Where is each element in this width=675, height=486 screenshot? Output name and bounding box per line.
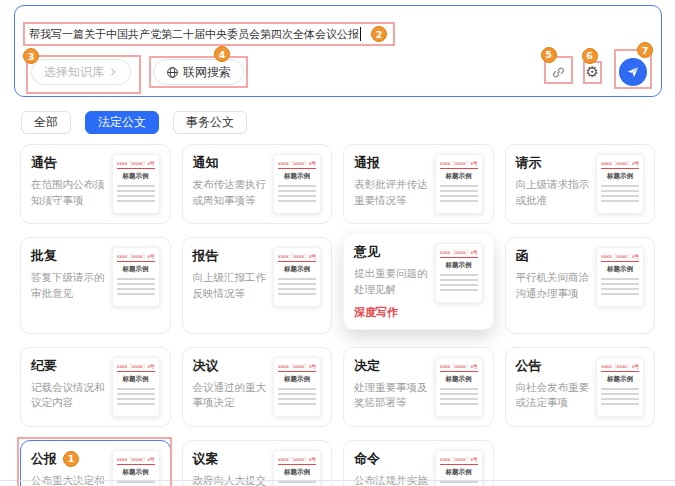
thumb-placeholder-lines bbox=[601, 388, 639, 407]
card-desc: 表彰批评并传达重要情况等 bbox=[354, 177, 429, 209]
thumb-placeholder-lines bbox=[601, 185, 639, 204]
thumb-placeholder-lines bbox=[278, 278, 316, 297]
card-desc: 向社会发布重要或法定事项 bbox=[516, 380, 591, 412]
card-gonggao[interactable]: 公告 向社会发布重要或法定事项 xxxx〔xxxx〕x号 标题示例 bbox=[505, 347, 656, 427]
thumb-placeholder-lines bbox=[440, 481, 478, 486]
thumb-doc-no: xxxx〔xxxx〕x号 bbox=[601, 363, 639, 372]
thumb-placeholder-lines bbox=[440, 185, 478, 204]
card-pifu[interactable]: 批复 答复下级请示的审批意见 xxxx〔xxxx〕x号 标题示例 bbox=[20, 237, 171, 334]
doc-preview-thumbnail: xxxx〔xxxx〕x号 标题示例 bbox=[273, 247, 321, 307]
thumb-doc-no: xxxx〔xxxx〕x号 bbox=[278, 160, 316, 169]
link-icon bbox=[551, 65, 566, 80]
thumb-placeholder-lines bbox=[278, 185, 316, 204]
card-title: 请示 bbox=[516, 154, 542, 172]
gear-icon: ⚙ bbox=[586, 65, 599, 80]
annotation-badge-3: 3 bbox=[23, 48, 39, 64]
prompt-composer-panel[interactable]: 帮我写一篇关于中国共产党第二十届中央委员会第四次全体会议公报 2 3 选择知识库… bbox=[14, 5, 662, 97]
thumb-doc-no: xxxx〔xxxx〕x号 bbox=[117, 253, 155, 262]
doc-type-card-grid: 通告 在范围内公布须知须守事项 xxxx〔xxxx〕x号 标题示例 通知 发布传… bbox=[20, 144, 655, 486]
card-title: 意见 bbox=[354, 243, 380, 261]
card-jueding[interactable]: 决定 处理重要事项及奖惩部署等 xxxx〔xxxx〕x号 标题示例 bbox=[343, 347, 494, 427]
card-han[interactable]: 函 平行机关间商洽沟通办理事项 xxxx〔xxxx〕x号 标题示例 bbox=[505, 237, 656, 334]
chevron-right-icon bbox=[108, 67, 118, 77]
prompt-input[interactable]: 帮我写一篇关于中国共产党第二十届中央委员会第四次全体会议公报 2 bbox=[23, 22, 395, 46]
card-desc: 处理重要事项及奖惩部署等 bbox=[354, 380, 429, 412]
card-title: 函 bbox=[516, 247, 529, 265]
thumb-doc-no: xxxx〔xxxx〕x号 bbox=[440, 249, 478, 258]
bottom-divider bbox=[0, 480, 675, 481]
thumb-placeholder-lines bbox=[117, 278, 155, 297]
card-tongzhi[interactable]: 通知 发布传达需执行或周知事项等 xxxx〔xxxx〕x号 标题示例 bbox=[182, 144, 333, 224]
select-knowledge-base-button[interactable]: 选择知识库 bbox=[31, 59, 131, 85]
composer-actions: 5 6 ⚙ 7 bbox=[551, 58, 647, 86]
thumb-doc-no: xxxx〔xxxx〕x号 bbox=[440, 363, 478, 372]
card-title: 纪要 bbox=[31, 357, 57, 375]
thumb-doc-no: xxxx〔xxxx〕x号 bbox=[117, 363, 155, 372]
thumb-title: 标题示例 bbox=[278, 468, 316, 477]
thumb-title: 标题示例 bbox=[440, 261, 478, 270]
thumb-placeholder-lines bbox=[440, 388, 478, 407]
annotation-badge-1: 1 bbox=[63, 451, 79, 467]
thumb-title: 标题示例 bbox=[278, 375, 316, 384]
card-desc: 记载会议情况和议定内容 bbox=[31, 380, 106, 412]
thumb-title: 标题示例 bbox=[440, 375, 478, 384]
attach-link-button[interactable] bbox=[551, 65, 566, 80]
thumb-title: 标题示例 bbox=[117, 375, 155, 384]
card-title: 公告 bbox=[516, 357, 542, 375]
settings-button[interactable]: ⚙ bbox=[586, 65, 599, 80]
doc-preview-thumbnail: xxxx〔xxxx〕x号 标题示例 bbox=[435, 357, 483, 417]
kb-button-label: 选择知识库 bbox=[44, 64, 104, 81]
card-title: 决议 bbox=[193, 357, 219, 375]
doc-preview-thumbnail: xxxx〔xxxx〕x号 标题示例 bbox=[273, 357, 321, 417]
doc-preview-thumbnail: xxxx〔xxxx〕x号 标题示例 bbox=[112, 154, 160, 214]
annotation-badge-7: 7 bbox=[637, 42, 653, 58]
send-button[interactable] bbox=[619, 58, 647, 86]
thumb-placeholder-lines bbox=[278, 481, 316, 486]
tab-administrative-docs[interactable]: 事务公文 bbox=[173, 111, 247, 134]
annotation-badge-6: 6 bbox=[582, 48, 598, 64]
web-search-toggle-button[interactable]: 联网搜索 bbox=[153, 59, 244, 85]
card-jiyao[interactable]: 纪要 记载会议情况和议定内容 xxxx〔xxxx〕x号 标题示例 bbox=[20, 347, 171, 427]
card-jueyi[interactable]: 决议 会议通过的重大事项决定 xxxx〔xxxx〕x号 标题示例 bbox=[182, 347, 333, 427]
card-desc: 平行机关间商洽沟通办理事项 bbox=[516, 270, 591, 302]
doc-preview-thumbnail: xxxx〔xxxx〕x号 标题示例 bbox=[435, 154, 483, 214]
deep-writing-link[interactable]: 深度写作 bbox=[354, 305, 429, 320]
card-title: 议案 bbox=[193, 450, 219, 468]
card-baogao[interactable]: 报告 向上级汇报工作反映情况等 xxxx〔xxxx〕x号 标题示例 bbox=[182, 237, 333, 334]
thumb-doc-no: xxxx〔xxxx〕x号 bbox=[601, 253, 639, 262]
globe-icon bbox=[166, 66, 179, 79]
doc-preview-thumbnail: xxxx〔xxxx〕x号 标题示例 bbox=[112, 247, 160, 307]
card-yijian[interactable]: 意见 提出重要问题的处理见解 深度写作 xxxx〔xxxx〕x号 标题示例 bbox=[343, 233, 494, 330]
thumb-placeholder-lines bbox=[117, 388, 155, 407]
card-tongbao[interactable]: 通报 表彰批评并传达重要情况等 xxxx〔xxxx〕x号 标题示例 bbox=[343, 144, 494, 224]
thumb-title: 标题示例 bbox=[601, 172, 639, 181]
thumb-doc-no: xxxx〔xxxx〕x号 bbox=[278, 456, 316, 465]
card-title: 批复 bbox=[31, 247, 57, 265]
card-desc: 在范围内公布须知须守事项 bbox=[31, 177, 106, 209]
thumb-doc-no: xxxx〔xxxx〕x号 bbox=[601, 160, 639, 169]
doc-preview-thumbnail: xxxx〔xxxx〕x号 标题示例 bbox=[596, 247, 644, 307]
card-title: 通知 bbox=[193, 154, 219, 172]
card-desc: 向上级汇报工作反映情况等 bbox=[193, 270, 268, 302]
doc-preview-thumbnail: xxxx〔xxxx〕x号 标题示例 bbox=[596, 357, 644, 417]
card-qingshi[interactable]: 请示 向上级请求指示或批准 xxxx〔xxxx〕x号 标题示例 bbox=[505, 144, 656, 224]
tab-all[interactable]: 全部 bbox=[21, 111, 71, 134]
card-title: 决定 bbox=[354, 357, 380, 375]
card-desc: 向上级请求指示或批准 bbox=[516, 177, 591, 209]
card-desc: 发布传达需执行或周知事项等 bbox=[193, 177, 268, 209]
thumb-placeholder-lines bbox=[117, 185, 155, 204]
thumb-doc-no: xxxx〔xxxx〕x号 bbox=[117, 160, 155, 169]
card-title: 通告 bbox=[31, 154, 57, 172]
thumb-doc-no: xxxx〔xxxx〕x号 bbox=[278, 253, 316, 262]
thumb-title: 标题示例 bbox=[601, 375, 639, 384]
card-desc: 答复下级请示的审批意见 bbox=[31, 270, 106, 302]
prompt-text: 帮我写一篇关于中国共产党第二十届中央委员会第四次全体会议公报 bbox=[29, 27, 359, 42]
thumb-title: 标题示例 bbox=[117, 172, 155, 181]
doc-preview-thumbnail: xxxx〔xxxx〕x号 标题示例 bbox=[273, 154, 321, 214]
card-tonggao[interactable]: 通告 在范围内公布须知须守事项 xxxx〔xxxx〕x号 标题示例 bbox=[20, 144, 171, 224]
thumb-title: 标题示例 bbox=[601, 265, 639, 274]
doc-preview-thumbnail: xxxx〔xxxx〕x号 标题示例 bbox=[435, 243, 483, 303]
thumb-title: 标题示例 bbox=[278, 265, 316, 274]
tab-statutory-docs[interactable]: 法定公文 bbox=[85, 111, 159, 134]
card-title: 公报 bbox=[31, 450, 57, 468]
